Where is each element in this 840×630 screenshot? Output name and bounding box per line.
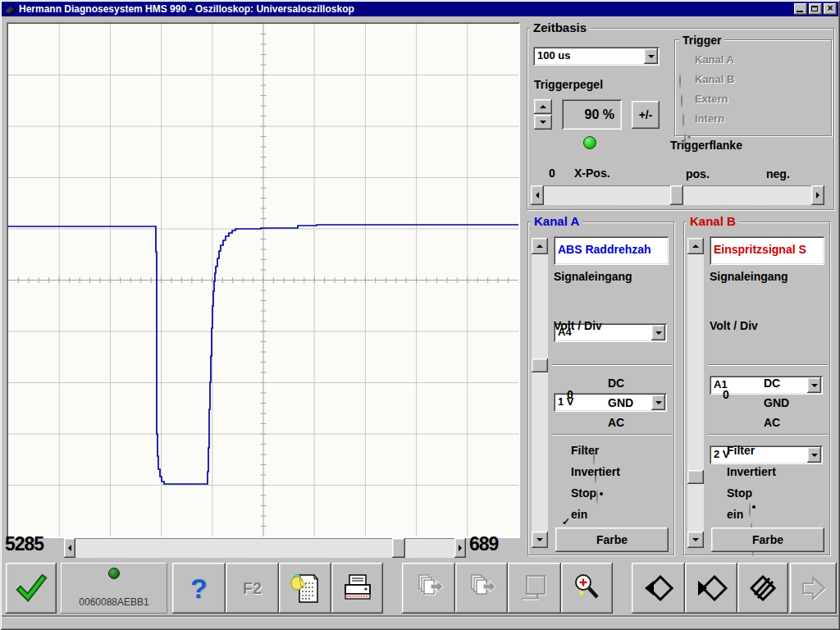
channel-b-divider-2 xyxy=(708,434,828,436)
arrow-left-icon xyxy=(68,545,71,551)
xpos-zero-label: 0 xyxy=(549,167,555,180)
channel-b-scroll-down-button[interactable] xyxy=(687,532,704,548)
chevron-down-icon xyxy=(655,401,662,404)
confirm-button[interactable] xyxy=(6,563,57,614)
arrow-up-icon xyxy=(692,244,699,248)
xpos-slider-thumb[interactable] xyxy=(670,185,683,205)
page-forward-button xyxy=(402,563,455,614)
channel-b-volt-dropdown-button[interactable] xyxy=(807,447,821,463)
checkmark-icon xyxy=(15,573,48,603)
channel-a-gnd-label: GND xyxy=(608,396,633,409)
channel-b-volt-label: Volt / Div xyxy=(710,319,758,332)
chevron-down-icon xyxy=(811,454,818,457)
help-button[interactable]: ? xyxy=(172,563,226,614)
close-icon: × xyxy=(824,2,837,14)
channel-a-filter-label: Filter xyxy=(571,444,599,457)
arrow-up-icon xyxy=(540,105,546,108)
channel-b-gnd-label: GND xyxy=(764,396,789,409)
app-icon xyxy=(4,4,16,14)
arrow-left-icon xyxy=(536,192,539,199)
channel-b-signal-name-field[interactable]: Einspritzsignal S xyxy=(710,236,824,265)
window-frame-icon xyxy=(518,572,552,605)
trigger-level-up-button[interactable] xyxy=(534,99,552,114)
application-window: Hermann Diagnosesystem HMS 990 - Oszillo… xyxy=(0,0,840,630)
document-note-icon xyxy=(290,572,321,605)
channel-a-input-dropdown-button[interactable] xyxy=(651,325,665,340)
timebase-dropdown-button[interactable] xyxy=(644,48,658,64)
channel-a-scroll-thumb[interactable] xyxy=(532,358,548,372)
trigger-extern-radio xyxy=(682,112,684,128)
channel-b-offset-scrollbar[interactable] xyxy=(687,238,704,548)
channel-b-input-label: Signaleingang xyxy=(710,270,788,283)
channel-a-scroll-up-button[interactable] xyxy=(532,238,548,254)
trigger-kanal-a-label: Kanal A xyxy=(695,53,734,66)
channel-a-offset-scrollbar[interactable] xyxy=(532,238,548,548)
hscroll-right-button[interactable] xyxy=(454,538,466,558)
minimize-icon xyxy=(797,11,803,12)
channel-b-ac-label: AC xyxy=(764,416,780,429)
channel-a-scroll-down-button[interactable] xyxy=(532,532,548,548)
chevron-down-icon xyxy=(655,331,662,335)
f2-button: F2 xyxy=(226,563,279,614)
channel-a-zero-label: 0 xyxy=(567,388,573,401)
channel-b-zero-label: 0 xyxy=(723,388,729,401)
restore-button[interactable] xyxy=(809,3,822,15)
trigger-extern-label: Extern xyxy=(695,93,728,105)
diamond-next-icon xyxy=(695,572,728,605)
trigger-kanal-b-label: Kanal B xyxy=(695,73,734,85)
channel-b-scroll-thumb[interactable] xyxy=(687,470,704,484)
zoom-button[interactable] xyxy=(561,563,613,614)
channel-b-dc-radio[interactable] xyxy=(749,502,751,518)
report-button[interactable] xyxy=(279,563,331,614)
channel-a-signal-name-field[interactable]: ABS Raddrehzah xyxy=(554,236,669,265)
channel-a-volt-dropdown-button[interactable] xyxy=(651,395,665,410)
next-record-button[interactable] xyxy=(685,563,737,614)
timebase-select[interactable]: 100 us xyxy=(533,47,660,66)
channel-b-scroll-up-button[interactable] xyxy=(687,238,704,254)
status-strip xyxy=(2,617,838,628)
channel-a-caption: Kanal A xyxy=(531,214,582,228)
pages-arrow-icon xyxy=(413,572,445,605)
print-button[interactable] xyxy=(331,563,383,614)
hscroll-left-button[interactable] xyxy=(64,538,75,558)
device-led xyxy=(108,568,120,579)
trigger-kanal-b-radio xyxy=(681,93,682,108)
title-bar: Hermann Diagnosesystem HMS 990 - Oszillo… xyxy=(2,2,838,16)
device-id: 0060088AEBB1 xyxy=(61,596,167,608)
channel-b-on-label: ein xyxy=(727,508,743,521)
channel-b-input-dropdown-button[interactable] xyxy=(807,377,821,393)
chevron-down-icon xyxy=(648,55,655,58)
channel-a-ac-radio[interactable] xyxy=(596,489,598,504)
trigger-led xyxy=(583,136,596,149)
readout-right: 689 xyxy=(469,533,498,555)
hscroll-thumb[interactable] xyxy=(392,538,405,558)
minimize-button[interactable] xyxy=(794,3,807,15)
timebase-caption: Zeitbasis xyxy=(530,21,590,34)
scope-display xyxy=(7,22,520,538)
channel-b-filter-label: Filter xyxy=(727,444,755,457)
xpos-label: X-Pos. xyxy=(574,167,610,180)
trigger-level-sign-button[interactable]: +/- xyxy=(632,101,660,129)
trigger-edge-caption: Triggerflanke xyxy=(670,139,742,152)
arrow-down-icon xyxy=(536,538,543,541)
channel-a-dc-label: DC xyxy=(608,377,624,390)
window-title: Hermann Diagnosesystem HMS 990 - Oszillo… xyxy=(19,3,354,15)
edge-pos-label: pos. xyxy=(686,167,710,180)
horizontal-scrollbar[interactable] xyxy=(64,538,466,558)
channel-b-invert-label: Invertiert xyxy=(727,465,776,478)
xpos-slider[interactable] xyxy=(531,185,824,205)
channel-b-stop-label: Stop xyxy=(727,486,752,500)
xpos-slider-right-button[interactable] xyxy=(811,185,824,205)
page-forward-alt-button xyxy=(455,563,508,614)
channel-a-volt-label: Volt / Div xyxy=(554,319,602,332)
exit-button xyxy=(790,563,837,614)
prev-record-button[interactable] xyxy=(632,563,685,614)
compare-button[interactable] xyxy=(737,563,788,614)
xpos-slider-left-button[interactable] xyxy=(531,185,544,205)
channel-b-color-button[interactable]: Farbe xyxy=(711,527,824,552)
channel-b-caption: Kanal B xyxy=(687,214,739,228)
channel-a-color-button[interactable]: Farbe xyxy=(555,527,669,552)
close-button[interactable]: × xyxy=(824,3,837,15)
trigger-level-down-button[interactable] xyxy=(534,115,552,130)
channel-a-invert-label: Invertiert xyxy=(571,465,620,478)
